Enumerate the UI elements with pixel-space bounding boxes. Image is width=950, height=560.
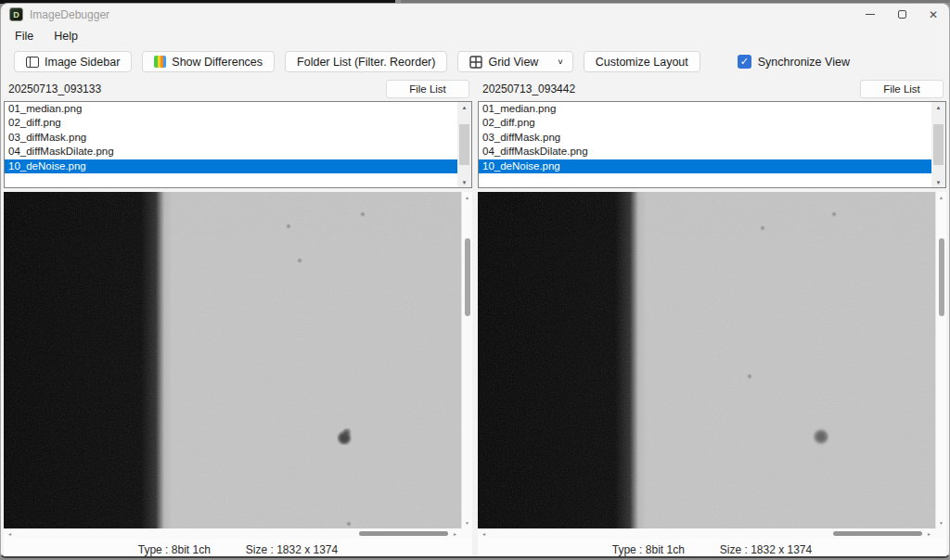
minimize-button[interactable] [854,4,886,25]
window-title: ImageDebugger [30,8,109,21]
scroll-down-icon[interactable]: ▼ [462,518,472,528]
status-type: Type : 8bit 1ch [138,543,211,556]
folder-list-button[interactable]: Folder List (Filter. Reorder) [285,51,447,72]
viewer-vertical-scrollbar[interactable]: ▲ ▼ [935,192,946,528]
folder-name-label: 20250713_093442 [482,83,575,95]
scroll-up-icon[interactable]: ▲ [457,102,471,112]
scroll-right-icon[interactable]: ► [450,528,460,539]
viewer-hscroll-thumb[interactable] [833,531,922,536]
menu-help[interactable]: Help [44,27,88,45]
grid-icon [469,56,482,69]
status-size: Size : 1832 x 1374 [246,543,338,556]
synchronize-view-checkbox[interactable]: ✓ Synchronize View [738,55,850,69]
app-icon: D [9,7,23,21]
list-scrollbar[interactable]: ▲ ▼ [931,102,945,187]
list-item[interactable]: 02_diff.png [479,116,931,130]
viewer-vscroll-thumb[interactable] [465,238,470,316]
list-item[interactable]: 03_diffMask.png [479,131,931,145]
image-canvas[interactable] [4,192,472,528]
viewer-vertical-scrollbar[interactable]: ▲ ▼ [461,192,472,528]
list-scrollbar-thumb[interactable] [933,124,944,165]
list-item-selected[interactable]: 10_deNoise.png [479,159,945,173]
chevron-down-icon: ∨ [557,57,563,66]
window-controls: ✕ [854,4,949,25]
scroll-up-icon[interactable]: ▲ [936,193,946,202]
folder-name-label: 20250713_093133 [8,83,101,95]
show-differences-label: Show Differences [172,56,263,69]
scroll-down-icon[interactable]: ▼ [936,518,946,528]
app-window: D ImageDebugger ✕ File Help Image Sideba… [0,3,950,558]
scroll-up-icon[interactable]: ▲ [931,102,945,112]
file-listbox: 01_median.png 02_diff.png 03_diffMask.pn… [478,101,946,188]
desktop: D ImageDebugger ✕ File Help Image Sideba… [0,0,950,560]
title-bar[interactable]: D ImageDebugger ✕ [1,4,949,25]
panel-left: 20250713_093133 File List 01_median.png … [4,77,472,558]
scroll-down-icon[interactable]: ▼ [931,177,945,187]
synchronize-view-label: Synchronize View [758,56,850,69]
folder-list-label: Folder List (Filter. Reorder) [297,56,435,69]
scroll-left-icon[interactable]: ◄ [479,528,489,539]
image-canvas[interactable] [478,192,946,528]
status-type: Type : 8bit 1ch [612,543,685,556]
menu-file[interactable]: File [5,27,44,45]
close-button[interactable]: ✕ [918,4,949,25]
grid-view-label: Grid View [488,56,538,69]
image-viewer[interactable]: ▲ ▼ [4,192,472,528]
scroll-down-icon[interactable]: ▼ [457,177,471,187]
close-icon: ✕ [929,8,938,21]
customize-layout-label: Customize Layout [596,56,688,69]
panel-right-header: 20250713_093442 File List [478,77,946,101]
file-list-button[interactable]: File List [386,80,469,98]
list-item[interactable]: 04_diffMaskDilate.png [5,145,457,159]
customize-layout-button[interactable]: Customize Layout [584,51,700,72]
grid-view-dropdown[interactable]: Grid View ∨ [457,51,572,72]
show-differences-button[interactable]: Show Differences [142,51,275,72]
viewer-horizontal-scrollbar[interactable]: ◄ ► [478,528,946,539]
check-icon: ✓ [740,56,749,68]
list-item-selected[interactable]: 10_deNoise.png [5,159,471,173]
list-scrollbar[interactable]: ▲ ▼ [457,102,471,187]
scroll-left-icon[interactable]: ◄ [5,528,15,539]
list-item[interactable]: 02_diff.png [5,116,457,130]
panels-container: 20250713_093133 File List 01_median.png … [1,77,949,558]
image-sidebar-button[interactable]: Image Sidebar [14,51,132,72]
minimize-icon [866,14,875,15]
status-size: Size : 1832 x 1374 [720,543,812,556]
list-scrollbar-thumb[interactable] [459,124,469,165]
list-item[interactable]: 01_median.png [5,102,457,116]
image-viewer[interactable]: ▲ ▼ [478,192,946,528]
list-item[interactable]: 03_diffMask.png [5,131,457,145]
menu-bar: File Help [1,25,949,46]
list-item[interactable]: 01_median.png [479,102,931,116]
checkbox-checked-icon[interactable]: ✓ [738,55,751,69]
file-listbox: 01_median.png 02_diff.png 03_diffMask.pn… [4,101,472,188]
list-item[interactable]: 04_diffMaskDilate.png [479,145,931,159]
maximize-button[interactable] [886,4,918,25]
panel-right: 20250713_093442 File List 01_median.png … [478,77,946,558]
viewer-horizontal-scrollbar[interactable]: ◄ ► [4,528,472,539]
viewer-vscroll-thumb[interactable] [939,238,944,316]
file-list-button[interactable]: File List [860,80,944,98]
toolbar: Image Sidebar Show Differences Folder Li… [1,46,949,77]
status-bar: Type : 8bit 1ch Size : 1832 x 1374 [478,539,946,558]
image-sidebar-label: Image Sidebar [45,56,120,69]
differences-icon [154,56,166,68]
scroll-up-icon[interactable]: ▲ [462,193,472,202]
scroll-right-icon[interactable]: ► [924,528,934,539]
maximize-icon [898,10,906,19]
sidebar-icon [26,57,39,68]
viewer-hscroll-thumb[interactable] [359,531,448,536]
panel-left-header: 20250713_093133 File List [4,77,472,101]
status-bar: Type : 8bit 1ch Size : 1832 x 1374 [4,539,472,558]
